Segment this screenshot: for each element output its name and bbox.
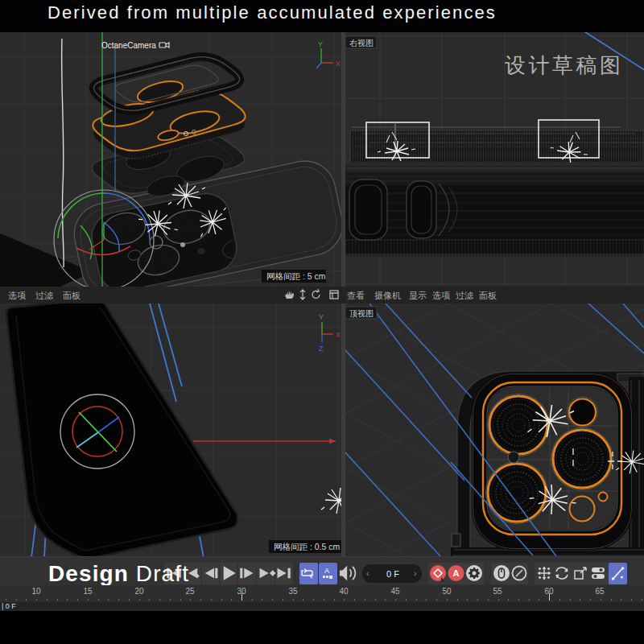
svg-text:0 F: 0 F [386,569,399,579]
svg-text:OctaneCamera: OctaneCamera [101,41,156,50]
svg-text:›: › [414,569,416,578]
svg-text:右视图: 右视图 [349,39,374,47]
svg-text:Y: Y [318,40,323,48]
svg-text:网格间距 : 0.5 cm: 网格间距 : 0.5 cm [274,542,341,551]
svg-text:X: X [336,60,341,68]
svg-text:‹: ‹ [366,569,369,578]
svg-text:X: X [336,331,341,339]
svg-text:顶视图: 顶视图 [349,309,374,318]
svg-text:A: A [324,567,329,575]
svg-text:Z: Z [319,345,324,353]
svg-text:设计草稿图: 设计草稿图 [505,53,624,77]
svg-text:网格间距 : 5 cm: 网格间距 : 5 cm [266,271,326,281]
svg-text:A: A [453,568,460,578]
svg-text:Y: Y [319,313,324,321]
